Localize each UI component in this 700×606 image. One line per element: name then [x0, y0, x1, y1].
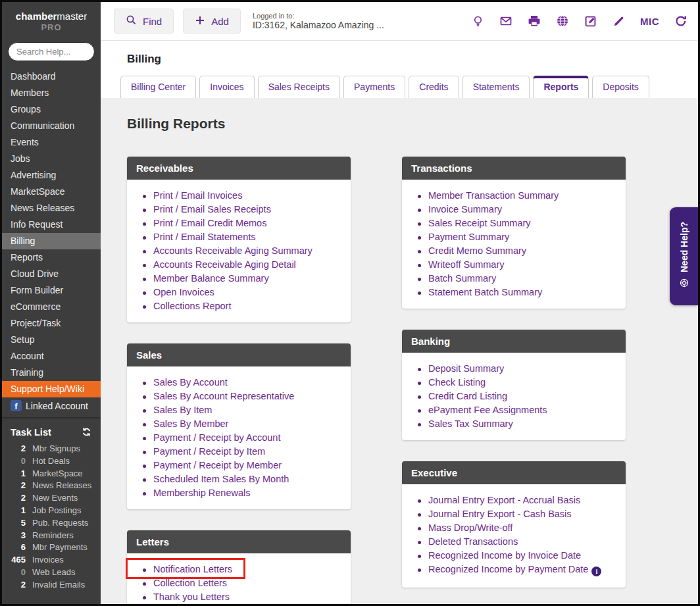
- task-list-item[interactable]: 1 Job Postings: [2, 505, 101, 517]
- task-list-item[interactable]: 5 Pub. Requests: [2, 517, 101, 530]
- task-list-item[interactable]: 2 News Releases: [2, 480, 101, 492]
- billing-tab[interactable]: Invoices: [199, 76, 254, 98]
- search-help-input[interactable]: [8, 42, 95, 61]
- task-label: MarketSpace: [32, 468, 83, 480]
- report-link[interactable]: Writeoff Summary: [413, 257, 615, 271]
- report-link[interactable]: Membership Renewals: [138, 486, 340, 499]
- task-list-item[interactable]: 0 Web Leads: [2, 567, 101, 579]
- sidebar-item[interactable]: Jobs: [2, 151, 101, 167]
- sidebar-item[interactable]: Account: [2, 348, 101, 365]
- sidebar-item[interactable]: Members: [2, 85, 101, 101]
- report-link[interactable]: Payment / Receipt by Item: [138, 444, 340, 458]
- task-list-item[interactable]: 465 Invoices: [2, 554, 101, 567]
- print-icon[interactable]: [528, 14, 541, 28]
- task-list-item[interactable]: 6 Mbr Payments: [2, 542, 101, 554]
- report-links: Member Transaction SummaryInvoice Summar…: [413, 188, 615, 299]
- mail-icon[interactable]: [499, 14, 512, 28]
- report-link[interactable]: Recognized Income by Payment Date: [413, 562, 615, 578]
- report-link[interactable]: Deleted Transactions: [413, 534, 615, 548]
- sidebar-item[interactable]: Groups: [2, 101, 101, 118]
- report-link[interactable]: Credit Card Listing: [413, 389, 615, 403]
- report-link[interactable]: Batch Summary: [413, 271, 615, 285]
- task-list-item[interactable]: 2 Mbr Signups: [2, 443, 101, 455]
- report-link[interactable]: Notification Letters: [138, 562, 340, 576]
- report-link[interactable]: Payment Summary: [413, 230, 615, 243]
- task-label: News Releases: [32, 480, 91, 492]
- add-button[interactable]: Add: [183, 9, 241, 34]
- task-list-item[interactable]: 3 Reminders: [2, 530, 101, 542]
- sidebar-item[interactable]: Cloud Drive: [2, 266, 101, 282]
- report-link[interactable]: Check Listing: [413, 375, 615, 389]
- sidebar-item[interactable]: News Releases: [2, 200, 101, 216]
- billing-tab[interactable]: Statements: [463, 76, 530, 98]
- report-link[interactable]: Journal Entry Export - Accrual Basis: [413, 493, 615, 507]
- report-link[interactable]: Credit Memo Summary: [413, 243, 615, 257]
- sidebar-item[interactable]: Project/Task: [2, 315, 101, 332]
- task-count: 465: [2, 554, 26, 567]
- report-link[interactable]: Deposit Summary: [413, 361, 615, 375]
- sidebar-item[interactable]: Reports: [2, 249, 101, 266]
- find-button[interactable]: Find: [114, 9, 174, 34]
- report-link[interactable]: Sales By Account Representative: [138, 389, 340, 403]
- sidebar-item[interactable]: Setup: [2, 332, 101, 348]
- task-refresh-icon[interactable]: [81, 426, 92, 438]
- billing-tab[interactable]: Reports: [533, 76, 589, 98]
- report-link[interactable]: Thank you Letters: [138, 590, 340, 603]
- report-link[interactable]: Print / Email Sales Receipts: [138, 202, 340, 216]
- report-link[interactable]: Member Transaction Summary: [413, 188, 615, 202]
- report-link[interactable]: Member Balance Summary: [138, 271, 340, 285]
- sidebar-item[interactable]: Form Builder: [2, 282, 101, 299]
- report-link[interactable]: Sales Receipt Summary: [413, 216, 615, 230]
- report-link[interactable]: Accounts Receivable Aging Detail: [138, 257, 340, 271]
- report-link[interactable]: Sales By Item: [138, 403, 340, 417]
- report-link[interactable]: Scheduled Item Sales By Month: [138, 472, 340, 486]
- sidebar-item[interactable]: Communication: [2, 118, 101, 134]
- refresh-icon[interactable]: [674, 14, 688, 28]
- pencil-icon[interactable]: [612, 15, 625, 28]
- billing-tab[interactable]: Credits: [409, 76, 459, 98]
- report-link[interactable]: Payment / Receipt by Member: [138, 458, 340, 472]
- report-link[interactable]: Collections Report: [138, 299, 340, 313]
- report-link[interactable]: Sales Tax Summary: [413, 417, 615, 430]
- report-link[interactable]: Print / Email Statements: [138, 230, 340, 243]
- sidebar-item[interactable]: Advertising: [2, 167, 101, 184]
- sidebar-item[interactable]: Dashboard: [2, 68, 101, 85]
- report-link[interactable]: Open Invoices: [138, 285, 340, 299]
- report-link[interactable]: Sales By Account: [138, 375, 340, 389]
- report-link[interactable]: Print / Email Invoices: [138, 188, 340, 202]
- billing-tab[interactable]: Billing Center: [120, 76, 196, 98]
- globe-icon[interactable]: [556, 14, 569, 28]
- task-count: 2: [2, 492, 26, 505]
- task-list-item[interactable]: 0 Hot Deals: [2, 455, 101, 468]
- sidebar-item-linked-account[interactable]: f Linked Account: [2, 397, 101, 416]
- sidebar-item[interactable]: Support Help/Wiki: [2, 381, 101, 397]
- billing-tab[interactable]: Payments: [343, 76, 405, 98]
- sidebar-item[interactable]: Billing: [2, 233, 101, 249]
- report-link[interactable]: ePayment Fee Assignments: [413, 403, 615, 417]
- mic-label[interactable]: MIC: [640, 16, 659, 27]
- edit-icon[interactable]: [584, 14, 597, 28]
- report-link[interactable]: Mass Drop/Write-off: [413, 520, 615, 534]
- report-link[interactable]: Recognized Income by Invoice Date: [413, 548, 615, 562]
- sidebar-item[interactable]: MarketSpace: [2, 184, 101, 200]
- report-link[interactable]: Sales By Member: [138, 417, 340, 430]
- report-link[interactable]: Invoice Summary: [413, 202, 615, 216]
- task-list-item[interactable]: 2 Invalid Emails: [2, 579, 101, 592]
- report-link[interactable]: Payment / Receipt by Account: [138, 430, 340, 444]
- billing-tab[interactable]: Sales Receipts: [258, 76, 340, 98]
- report-link[interactable]: Print / Email Credit Memos: [138, 216, 340, 230]
- task-list-item[interactable]: 1 MarketSpace: [2, 468, 101, 480]
- sidebar-item[interactable]: Events: [2, 134, 101, 151]
- sidebar-item[interactable]: Training: [2, 365, 101, 381]
- report-link[interactable]: Journal Entry Export - Cash Basis: [413, 507, 615, 520]
- need-help-tab[interactable]: Need Help?: [670, 207, 698, 305]
- report-link[interactable]: Accounts Receivable Aging Summary: [138, 243, 340, 257]
- report-link[interactable]: Collection Letters: [138, 576, 340, 590]
- sidebar-item[interactable]: eCommerce: [2, 299, 101, 315]
- billing-tab[interactable]: Deposits: [592, 76, 649, 98]
- report-link[interactable]: Statement Batch Summary: [413, 285, 615, 299]
- sidebar-item[interactable]: Info Request: [2, 216, 101, 233]
- help-lifebuoy-icon: [679, 278, 689, 291]
- task-list-item[interactable]: 2 New Events: [2, 492, 101, 505]
- lightbulb-icon[interactable]: [472, 15, 484, 28]
